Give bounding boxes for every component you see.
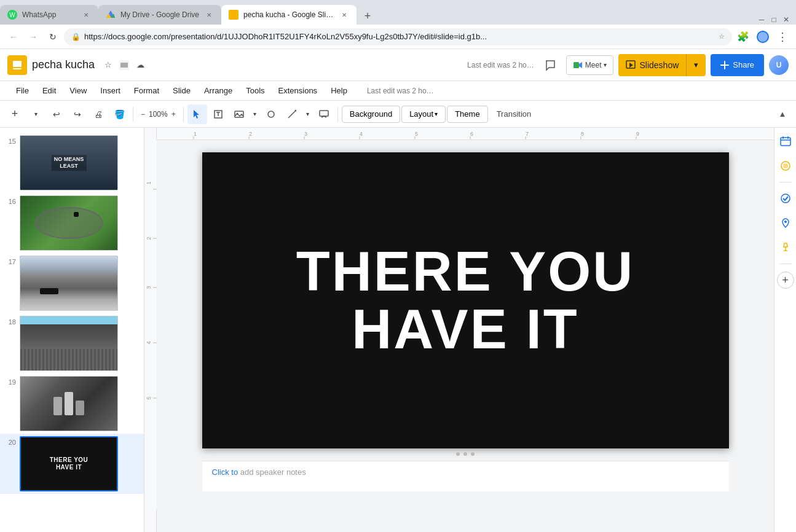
slideshow-dropdown[interactable]: ▾ <box>686 54 706 76</box>
transition-button[interactable]: Transition <box>489 106 539 123</box>
svg-text:9: 9 <box>636 131 639 137</box>
tab-gdrive[interactable]: My Drive - Google Drive ✕ <box>98 5 221 25</box>
svg-text:5: 5 <box>415 131 418 137</box>
svg-text:2: 2 <box>249 131 252 137</box>
cloud-icon[interactable]: ☁ <box>134 59 146 71</box>
extensions-icon[interactable]: 🧩 <box>735 28 752 45</box>
menu-edit[interactable]: Edit <box>36 84 62 98</box>
add-slide-button[interactable]: + <box>5 104 25 124</box>
more-menu-icon[interactable]: ⋮ <box>774 28 791 45</box>
slide-thumb-19[interactable] <box>20 376 118 431</box>
line-tool[interactable] <box>282 104 302 124</box>
tab-bar: W WhatsApp ✕ My Drive - Google Drive ✕ p… <box>0 0 796 25</box>
menu-extensions[interactable]: Extensions <box>272 84 324 98</box>
slide-canvas[interactable]: THERE YOU HAVE IT <box>202 152 729 448</box>
slide-thumb-18[interactable] <box>20 316 118 371</box>
slide-item-20[interactable]: 20 THERE YOUHAVE IT <box>0 434 144 494</box>
slide-canvas-area[interactable]: THERE YOU HAVE IT Click to <box>157 140 774 532</box>
zoom-plus[interactable]: + <box>171 110 176 119</box>
comment-button[interactable] <box>539 54 561 76</box>
back-button[interactable]: ← <box>5 28 22 45</box>
maximize-button[interactable]: □ <box>769 15 779 25</box>
menu-arrange[interactable]: Arrange <box>198 84 238 98</box>
notes-placeholder[interactable]: Click to add speaker notes <box>212 467 306 477</box>
sidebar-divider <box>779 182 792 182</box>
tab-whatsapp-close[interactable]: ✕ <box>81 10 91 20</box>
notes-link-text[interactable]: add speaker notes <box>240 467 306 477</box>
tab-gdrive-close[interactable]: ✕ <box>204 10 214 20</box>
address-bar[interactable]: 🔒 https://docs.google.com/presentation/d… <box>64 28 732 45</box>
new-tab-button[interactable]: + <box>359 7 376 25</box>
menu-format[interactable]: Format <box>128 84 165 98</box>
maps-icon[interactable] <box>777 214 794 232</box>
slide-item-16[interactable]: 16 <box>0 193 144 253</box>
layout-button[interactable]: Layout ▾ <box>401 106 446 123</box>
menu-tools[interactable]: Tools <box>240 84 270 98</box>
print-button[interactable]: 🖨 <box>89 104 108 124</box>
collapse-toolbar-button[interactable]: ▲ <box>774 106 791 123</box>
bookmark-icon[interactable]: ☆ <box>719 33 725 41</box>
redo-button[interactable]: ↪ <box>68 104 87 124</box>
drive-icon[interactable] <box>118 59 130 71</box>
image-dropdown[interactable]: ▾ <box>250 104 260 124</box>
paint-format-button[interactable]: 🪣 <box>109 104 129 124</box>
minimize-button[interactable]: ─ <box>757 15 766 25</box>
slide-thumb-17[interactable] <box>20 256 118 311</box>
tasks-icon[interactable] <box>777 190 794 207</box>
comments-icon[interactable] <box>777 157 794 174</box>
slide-item-19[interactable]: 19 <box>0 374 144 434</box>
meet-dropdown[interactable]: ▾ <box>604 61 607 68</box>
add-slide-dropdown[interactable]: ▾ <box>26 104 45 124</box>
line-dropdown[interactable]: ▾ <box>303 104 313 124</box>
slide-thumb-content-20: THERE YOUHAVE IT <box>21 437 117 490</box>
speaker-notes[interactable]: Click to add speaker notes <box>202 461 729 491</box>
keep-icon[interactable] <box>777 239 794 256</box>
menu-view[interactable]: View <box>63 84 93 98</box>
slide-item-15[interactable]: 15 NO MEANSLEAST <box>0 133 144 193</box>
menu-slide[interactable]: Slide <box>167 84 197 98</box>
menu-file[interactable]: File <box>10 84 35 98</box>
tab-whatsapp[interactable]: W WhatsApp ✕ <box>0 5 98 25</box>
last-edit-text[interactable]: Last edit was 2 ho… <box>467 61 534 69</box>
notes-click-text[interactable]: Click to <box>212 467 238 477</box>
svg-text:6: 6 <box>470 131 473 137</box>
undo-button[interactable]: ↩ <box>47 104 66 124</box>
theme-button[interactable]: Theme <box>447 106 487 123</box>
background-button[interactable]: Background <box>342 106 400 123</box>
menu-help[interactable]: Help <box>325 84 353 98</box>
slide-thumb-15[interactable]: NO MEANSLEAST <box>20 135 118 190</box>
tab-slides[interactable]: pecha kucha - Google Slides ✕ <box>221 5 357 25</box>
tab-whatsapp-label: WhatsApp <box>22 10 76 19</box>
meet-button[interactable]: Meet ▾ <box>566 55 614 75</box>
zoom-minus[interactable]: − <box>141 110 145 119</box>
star-icon[interactable]: ☆ <box>102 59 114 71</box>
canvas-wrapper: 1 2 3 4 5 THERE YOU HAVE IT <box>144 140 774 532</box>
select-tool[interactable] <box>187 104 207 124</box>
calendar-icon[interactable] <box>777 133 794 150</box>
text-box-tool[interactable] <box>208 104 228 124</box>
menu-insert[interactable]: Insert <box>94 84 127 98</box>
tab-slides-close[interactable]: ✕ <box>339 10 349 20</box>
layout-dropdown-arrow[interactable]: ▾ <box>435 111 438 117</box>
user-avatar[interactable]: U <box>769 55 789 75</box>
add-addon-button[interactable]: + <box>777 272 794 289</box>
last-edit-menu[interactable]: Last edit was 2 ho… <box>367 87 434 95</box>
slideshow-button[interactable]: Slideshow ▾ <box>618 54 706 76</box>
close-button[interactable]: ✕ <box>781 15 791 25</box>
speaker-notes-tool[interactable] <box>314 104 334 124</box>
slide-item-17[interactable]: 17 <box>0 253 144 313</box>
slide-panel: 15 NO MEANSLEAST 16 17 <box>0 128 144 532</box>
image-tool[interactable] <box>229 104 249 124</box>
reload-button[interactable]: ↻ <box>44 28 61 45</box>
slide-thumb-20[interactable]: THERE YOUHAVE IT <box>20 436 118 491</box>
forward-button[interactable]: → <box>25 28 42 45</box>
svg-text:3: 3 <box>304 131 307 137</box>
slideshow-main[interactable]: Slideshow <box>618 54 686 76</box>
slide-thumb-16[interactable] <box>20 195 118 251</box>
share-button[interactable]: Share <box>711 54 764 76</box>
tab-gdrive-label: My Drive - Google Drive <box>120 10 199 19</box>
shape-tool[interactable] <box>261 104 281 124</box>
slide-item-18[interactable]: 18 <box>0 313 144 374</box>
profile-icon[interactable] <box>754 28 771 45</box>
zoom-display[interactable]: − 100% + <box>137 106 179 123</box>
